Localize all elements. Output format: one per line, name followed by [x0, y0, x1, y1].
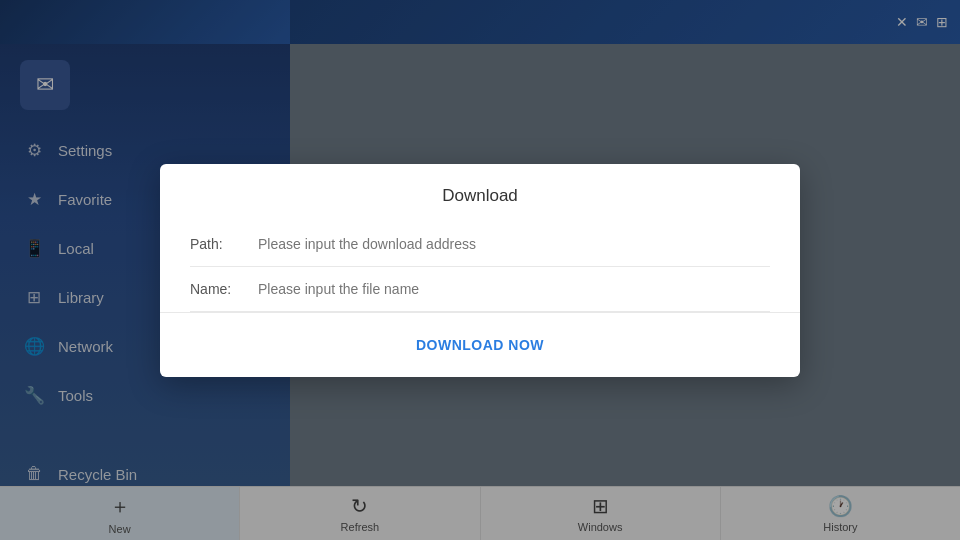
path-label: Path:: [190, 236, 250, 252]
download-modal: Download Path: Name: DOWNLOAD NOW: [160, 164, 800, 377]
path-input[interactable]: [250, 234, 770, 254]
modal-title: Download: [160, 164, 800, 222]
download-now-button[interactable]: DOWNLOAD NOW: [396, 329, 564, 361]
modal-body: Path: Name:: [160, 222, 800, 312]
overlay: Download Path: Name: DOWNLOAD NOW: [0, 0, 960, 540]
name-input[interactable]: [250, 279, 770, 299]
modal-footer: DOWNLOAD NOW: [160, 313, 800, 377]
name-label: Name:: [190, 281, 250, 297]
modal-name-field: Name:: [190, 267, 770, 312]
modal-path-field: Path:: [190, 222, 770, 267]
